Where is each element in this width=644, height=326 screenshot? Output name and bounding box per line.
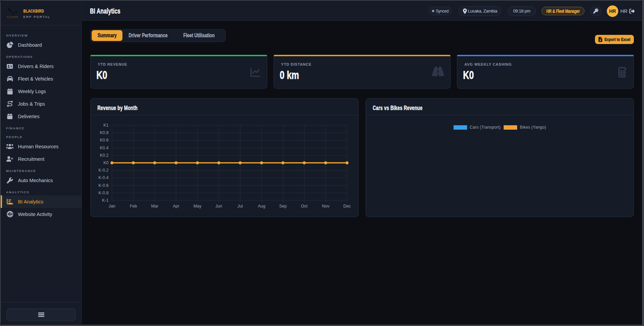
svg-text:Jul: Jul	[237, 204, 243, 209]
svg-text:Feb: Feb	[130, 204, 137, 209]
svg-text:K-1: K-1	[102, 198, 109, 203]
svg-text:Jun: Jun	[215, 204, 222, 209]
svg-text:Nov: Nov	[322, 204, 330, 209]
svg-text:Apr: Apr	[173, 204, 179, 209]
svg-text:Jan: Jan	[109, 204, 115, 209]
svg-text:BLACKBIRD: BLACKBIRD	[7, 16, 18, 18]
svg-text:May: May	[193, 204, 202, 209]
svg-text:K1: K1	[104, 123, 109, 128]
svg-text:K0.2: K0.2	[100, 153, 109, 158]
svg-text:K0.4: K0.4	[100, 146, 109, 150]
svg-text:K-0.6: K-0.6	[98, 183, 109, 188]
svg-text:Sep: Sep	[279, 204, 286, 209]
svg-text:LOGISTICS: LOGISTICS	[8, 18, 17, 19]
svg-text:K0.8: K0.8	[100, 130, 109, 135]
svg-text:K0.6: K0.6	[100, 138, 109, 143]
svg-text:Dec: Dec	[343, 204, 351, 209]
svg-text:K-0.4: K-0.4	[98, 175, 109, 180]
svg-text:Aug: Aug	[258, 204, 265, 209]
svg-text:Oct: Oct	[301, 204, 308, 209]
svg-text:Mar: Mar	[151, 204, 159, 209]
svg-text:K-0.8: K-0.8	[98, 191, 109, 195]
svg-text:K0: K0	[104, 160, 109, 165]
svg-text:K-0.2: K-0.2	[98, 168, 109, 173]
